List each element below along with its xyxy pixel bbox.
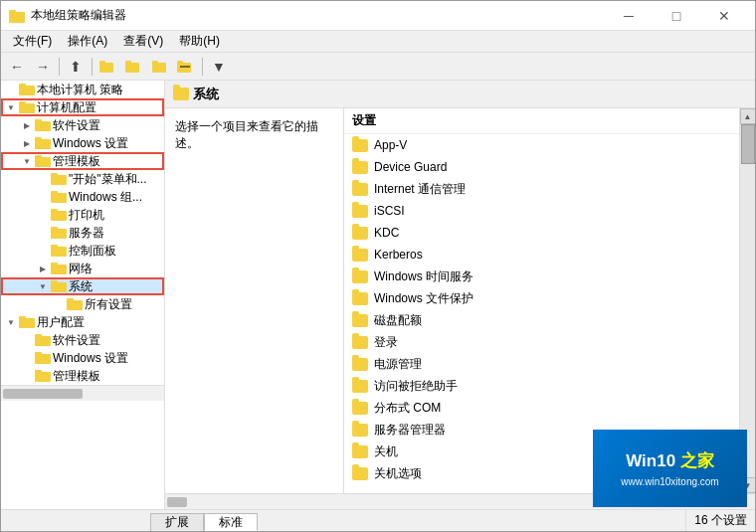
svg-rect-28: [51, 227, 58, 231]
list-item-kerberos[interactable]: Kerberos: [344, 244, 739, 266]
shutdown-options-label: 关机选项: [374, 465, 422, 482]
tb-icon-4[interactable]: [174, 56, 198, 78]
system-label: 系统: [69, 278, 93, 295]
root-arrow: [3, 82, 19, 97]
list-item-kdc[interactable]: KDC: [344, 222, 739, 244]
svg-rect-40: [35, 334, 42, 338]
list-item-internet-comm[interactable]: Internet 通信管理: [344, 178, 739, 200]
list-item-login[interactable]: 登录: [344, 331, 739, 353]
shutdown-folder-icon: [352, 445, 368, 458]
list-item-power[interactable]: 电源管理: [344, 353, 739, 375]
printer-label: 打印机: [69, 207, 104, 224]
shutdown-options-folder-icon: [352, 467, 368, 480]
right-header-title: 系统: [193, 86, 219, 103]
tree-system[interactable]: 系统: [1, 277, 164, 295]
user-windows-icon: [35, 351, 51, 365]
tree-user-windows[interactable]: Windows 设置: [1, 349, 164, 367]
login-folder-icon: [352, 336, 368, 349]
toolbar-sep-1: [59, 58, 60, 76]
tree-computer-config[interactable]: 计算机配置: [1, 98, 164, 116]
status-bar: 16 个设置: [686, 512, 755, 529]
user-config-icon: [19, 315, 35, 329]
server-label: 服务器: [69, 225, 104, 242]
svg-rect-38: [19, 316, 26, 320]
close-button[interactable]: ✕: [701, 1, 747, 31]
tab-extended[interactable]: 扩展: [150, 513, 204, 531]
power-folder-icon: [352, 358, 368, 371]
tree-printer[interactable]: 打印机: [1, 206, 164, 224]
tree-admin-templates[interactable]: 管理模板: [1, 152, 164, 170]
tree-scroll-thumb[interactable]: [3, 389, 83, 399]
tree-windows-comps[interactable]: Windows 组...: [1, 188, 164, 206]
user-windows-label: Windows 设置: [53, 350, 128, 367]
device-guard-label: Device Guard: [374, 160, 447, 174]
tree-start-menu[interactable]: "开始"菜单和...: [1, 170, 164, 188]
title-controls: ─ □ ✕: [606, 1, 747, 31]
list-item-disk-quota[interactable]: 磁盘配额: [344, 309, 739, 331]
system-icon: [51, 279, 67, 293]
tree-user-admin[interactable]: 管理模板: [1, 367, 164, 385]
svg-rect-24: [51, 191, 58, 195]
list-item-device-guard[interactable]: Device Guard: [344, 156, 739, 178]
access-denied-label: 访问被拒绝助手: [374, 378, 458, 395]
tab-standard[interactable]: 标准: [204, 513, 258, 531]
right-panel-header: 系统: [165, 81, 755, 108]
tree-user-config[interactable]: 用户配置: [1, 313, 164, 331]
menu-help[interactable]: 帮助(H): [171, 31, 228, 52]
start-menu-label: "开始"菜单和...: [69, 171, 147, 188]
tree-software-settings[interactable]: 软件设置: [1, 116, 164, 134]
main-wrapper: 本地计算机 策略 计算机配置: [1, 81, 755, 531]
all-settings-label: 所有设置: [85, 296, 132, 313]
start-menu-arrow: [35, 171, 51, 187]
device-guard-folder-icon: [352, 161, 368, 174]
windows-settings-label: Windows 设置: [53, 135, 128, 152]
iscsi-folder-icon: [352, 205, 368, 218]
dcom-label: 分布式 COM: [374, 400, 441, 417]
minimize-button[interactable]: ─: [606, 1, 652, 31]
tree-all-settings[interactable]: 所有设置: [1, 295, 164, 313]
kdc-folder-icon: [352, 227, 368, 240]
user-software-arrow: [19, 332, 35, 348]
internet-comm-label: Internet 通信管理: [374, 181, 466, 198]
printer-arrow: [35, 207, 51, 223]
tree-user-software[interactable]: 软件设置: [1, 331, 164, 349]
control-panel-label: 控制面板: [69, 243, 116, 260]
right-scroll-thumb[interactable]: [167, 497, 187, 507]
tree-panel[interactable]: 本地计算机 策略 计算机配置: [1, 81, 165, 509]
scroll-track[interactable]: [740, 124, 755, 477]
list-item-dcom[interactable]: 分布式 COM: [344, 397, 739, 419]
login-label: 登录: [374, 334, 398, 351]
list-item-win-file-protect[interactable]: Windows 文件保护: [344, 287, 739, 309]
tree-root[interactable]: 本地计算机 策略: [1, 81, 164, 98]
svg-rect-44: [35, 370, 42, 374]
forward-button[interactable]: →: [31, 56, 55, 78]
tree-horizontal-scroll[interactable]: [1, 385, 164, 401]
tb-icon-1[interactable]: [96, 56, 120, 78]
list-item-appv[interactable]: App-V: [344, 134, 739, 156]
menu-action[interactable]: 操作(A): [60, 31, 115, 52]
tree-control-panel[interactable]: 控制面板: [1, 242, 164, 260]
network-label: 网络: [69, 261, 93, 277]
appv-folder-icon: [352, 139, 368, 152]
tb-icon-3[interactable]: [148, 56, 172, 78]
computer-config-label: 计算机配置: [37, 99, 96, 116]
user-config-arrow: [3, 314, 19, 330]
up-button[interactable]: ⬆: [64, 56, 88, 78]
list-item-win-time[interactable]: Windows 时间服务: [344, 266, 739, 287]
svg-rect-12: [19, 84, 26, 88]
filter-button[interactable]: ▼: [207, 56, 231, 78]
win-file-protect-folder-icon: [352, 292, 368, 305]
back-button[interactable]: ←: [5, 56, 29, 78]
maximize-button[interactable]: □: [654, 1, 699, 31]
list-item-access-denied[interactable]: 访问被拒绝助手: [344, 375, 739, 397]
dcom-folder-icon: [352, 402, 368, 415]
tree-windows-settings[interactable]: Windows 设置: [1, 134, 164, 152]
tree-server[interactable]: 服务器: [1, 224, 164, 242]
scroll-up-arrow[interactable]: ▲: [740, 108, 756, 124]
tb-icon-2[interactable]: [122, 56, 146, 78]
tree-network[interactable]: 网络: [1, 260, 164, 277]
list-item-iscsi[interactable]: iSCSI: [344, 200, 739, 222]
menu-file[interactable]: 文件(F): [5, 31, 60, 52]
scroll-thumb[interactable]: [741, 124, 755, 164]
menu-view[interactable]: 查看(V): [115, 31, 171, 52]
